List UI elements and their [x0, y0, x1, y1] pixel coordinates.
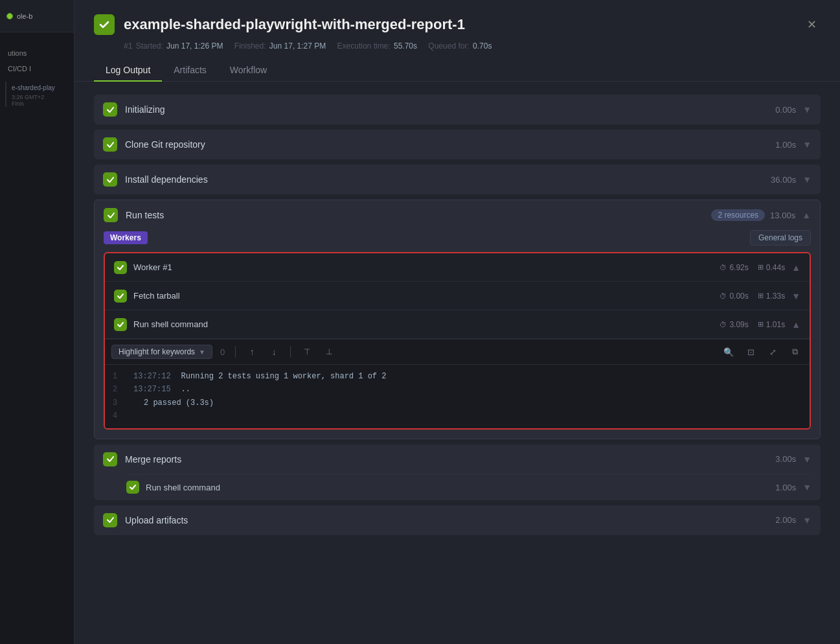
close-button[interactable]: ✕ [802, 16, 821, 34]
panel-meta: #1 Started: Jun 17, 1:26 PM Finished: Ju… [94, 41, 821, 51]
scroll-down-icon[interactable]: ↓ [266, 343, 282, 360]
scroll-top-icon[interactable]: ⊤ [299, 343, 315, 360]
chevron-down-icon-clone: ▼ [802, 139, 812, 150]
log-text-1: Running 2 tests using 1 worker, shard 1 … [181, 370, 387, 383]
log-text-3: 2 passed (3.3s) [144, 397, 214, 409]
step-label-install: Install dependencies [125, 174, 771, 185]
chevron-down-icon-install: ▼ [802, 174, 812, 185]
sidebar-user-label: ole-b [17, 12, 32, 20]
fetch-tarball-row[interactable]: Fetch tarball ⏱ 0.00s ⊞ 1.33s ▼ [105, 282, 810, 310]
highlight-keywords-button[interactable]: Highlight for keywords ▼ [111, 345, 212, 359]
merge-reports-header[interactable]: Merge reports 3.00s ▼ [94, 444, 821, 474]
run-shell-check [114, 318, 127, 331]
started-value: Jun 17, 1:26 PM [166, 41, 223, 51]
step-check-initializing [103, 102, 117, 117]
finished-label: Finished: [234, 41, 266, 51]
log-time-2: 13:27:15 [133, 383, 171, 396]
worker-1-meta: ⏱ 6.92s ⊞ 0.44s [720, 263, 785, 272]
log-num-3: 3 [113, 397, 123, 409]
cpu-icon-rs: ⊞ [758, 320, 764, 328]
run-tests-header[interactable]: Run tests 2 resources 13.00s ▲ [95, 200, 820, 230]
fetch-exec: ⊞ 1.33s [758, 292, 785, 301]
title-status-icon [94, 14, 115, 35]
run-shell-meta: ⏱ 3.09s ⊞ 1.01s [720, 320, 785, 329]
sub-step-label-shell: Run shell command [146, 483, 775, 492]
clock-icon-w1: ⏱ [720, 264, 727, 271]
highlight-label: Highlight for keywords [119, 347, 195, 356]
workers-badge[interactable]: Workers [104, 231, 148, 244]
log-num-2: 2 [113, 383, 123, 396]
worker-1-clock: ⏱ 6.92s [720, 263, 748, 272]
tab-log-output[interactable]: Log Output [94, 60, 162, 82]
log-content: 1 13:27:12 Running 2 tests using 1 worke… [105, 365, 810, 428]
worker-1-label: Worker #1 [133, 262, 720, 272]
upload-artifacts-time: 2.00s [775, 515, 796, 525]
step-upload-artifacts[interactable]: Upload artifacts 2.00s ▼ [94, 505, 821, 535]
log-line-3: 3 2 passed (3.3s) [113, 397, 802, 409]
step-run-tests: Run tests 2 resources 13.00s ▲ Workers G… [94, 200, 821, 439]
step-check-clone [103, 137, 117, 152]
sub-step-run-shell[interactable]: Run shell command 1.00s ▼ [126, 474, 812, 500]
chevron-up-icon-run-tests: ▲ [802, 210, 811, 220]
step-initializing[interactable]: Initializing 0.00s ▼ [94, 95, 821, 124]
main-panel: example-sharded-playwright-with-merged-r… [74, 0, 840, 644]
step-install-deps[interactable]: Install dependencies 36.00s ▼ [94, 165, 821, 194]
upload-artifacts-label: Upload artifacts [125, 515, 775, 525]
sidebar-entry-time: 3:26 GMT+2 [12, 94, 69, 100]
step-clone-git[interactable]: Clone Git repository 1.00s ▼ [94, 130, 821, 159]
clock-icon-rs: ⏱ [720, 321, 727, 328]
worker-1-exec: ⊞ 0.44s [758, 263, 785, 272]
search-icon[interactable]: 🔍 [720, 343, 737, 360]
scroll-up-icon[interactable]: ↑ [244, 343, 260, 360]
worker-1-row[interactable]: Worker #1 ⏱ 6.92s ⊞ 0.44s ▲ [105, 253, 810, 282]
log-viewer: Highlight for keywords ▼ 0 ↑ ↓ ⊤ ⊥ 🔍 [105, 339, 810, 428]
sidebar-item-cicd[interactable]: CI/CD I [5, 61, 69, 76]
cpu-icon-w1: ⊞ [758, 263, 764, 271]
panel-tabs: Log Output Artifacts Workflow [94, 60, 821, 81]
log-text-2: .. [181, 383, 190, 396]
merge-reports-time: 3.00s [775, 454, 796, 464]
worker-1-check [114, 261, 127, 274]
fit-icon[interactable]: ⊡ [742, 343, 759, 360]
tab-workflow[interactable]: Workflow [218, 60, 278, 82]
general-logs-button[interactable]: General logs [750, 230, 811, 246]
queued-label: Queued for: [428, 41, 469, 51]
step-check-run-tests [104, 208, 118, 222]
scroll-bottom-icon[interactable]: ⊥ [321, 343, 337, 360]
execution-value: 55.70s [394, 41, 417, 51]
sidebar-top-bar: ole-b [0, 0, 74, 32]
log-time-1: 13:27:12 [133, 370, 171, 383]
workers-section: Workers General logs Worker #1 ⏱ [95, 230, 820, 439]
merge-sub-steps: Run shell command 1.00s ▼ [94, 474, 821, 500]
log-toolbar: Highlight for keywords ▼ 0 ↑ ↓ ⊤ ⊥ 🔍 [105, 339, 810, 365]
expand-icon[interactable]: ⤢ [764, 343, 781, 360]
cpu-icon-ft: ⊞ [758, 292, 764, 300]
step-check-upload [103, 513, 117, 527]
step-time-initializing: 0.00s [775, 105, 796, 115]
step-merge-reports: Merge reports 3.00s ▼ Run shell command … [94, 444, 821, 500]
run-tests-time: 13.00s [770, 211, 795, 220]
run-shell-clock: ⏱ 3.09s [720, 320, 748, 329]
finished-value: Jun 17, 1:27 PM [269, 41, 326, 51]
run-tests-label: Run tests [126, 210, 711, 220]
run-shell-label: Run shell command [133, 319, 720, 329]
merge-reports-label: Merge reports [125, 454, 775, 465]
tab-artifacts[interactable]: Artifacts [162, 60, 218, 82]
step-time-clone: 1.00s [775, 140, 796, 150]
fetch-tarball-label: Fetch tarball [133, 291, 720, 301]
sidebar-entry-label: e-sharded-play [12, 82, 69, 94]
copy-icon[interactable]: ⧉ [786, 343, 803, 360]
sub-step-check-shell [126, 481, 139, 494]
sidebar-entry-finish: Finis [12, 100, 69, 107]
log-num-4: 4 [113, 409, 123, 422]
step-time-install: 36.00s [771, 175, 796, 185]
chevron-up-w1: ▲ [791, 262, 800, 273]
fetch-tarball-meta: ⏱ 0.00s ⊞ 1.33s [720, 292, 785, 301]
started-label: Started: [136, 41, 163, 51]
resources-badge: 2 resources [711, 209, 765, 221]
panel-title-left: example-sharded-playwright-with-merged-r… [94, 14, 465, 35]
highlight-dropdown-icon: ▼ [199, 349, 205, 356]
log-line-4: 4 [113, 409, 802, 422]
run-shell-row[interactable]: Run shell command ⏱ 3.09s ⊞ 1.01s ▲ [105, 310, 810, 339]
sidebar-item-solutions[interactable]: utions [5, 45, 69, 61]
